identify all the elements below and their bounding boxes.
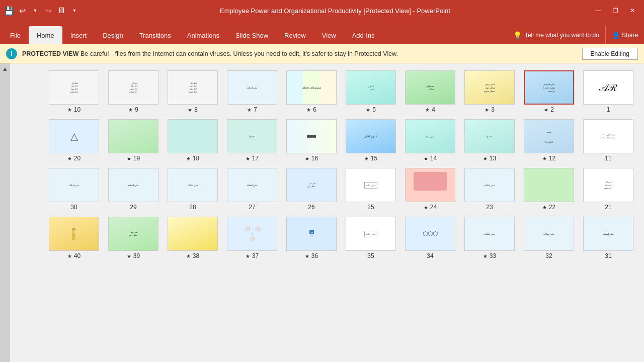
star-icon: ★ [186,253,191,259]
slide-number: 15 [371,155,377,162]
slide-item[interactable]: متن اسلاید23 [462,168,517,211]
star-icon: ★ [483,156,488,161]
tab-insert[interactable]: Insert [62,26,95,44]
sidebar: ▲ [0,63,10,362]
slide-item[interactable]: متن اسلاید30 [46,168,102,211]
slide-number: 9 [135,106,138,113]
minimize-button[interactable]: — [591,5,606,17]
slide-item[interactable]: متن اسلاید31 [581,217,636,259]
slide-number: 7 [254,106,257,113]
slide-item[interactable]: ردیف اول | دادهردیف دوم | داده11 [581,119,636,162]
slide-item[interactable]: متن اسلاید32 [521,217,577,259]
slide-item[interactable]: خط اولخط دومخط سومخط چهارم★9 [106,70,161,113]
slide-item[interactable]: ★24 [403,168,458,211]
slide-item[interactable]: متن اسلاید★7 [224,70,280,113]
slide-number: 33 [490,252,496,259]
enable-editing-button[interactable]: Enable Editing [582,48,638,60]
star-icon: ★ [424,156,428,161]
restore-button[interactable]: ❐ [608,5,623,17]
slide-item[interactable]: محتوایاسلاید★4 [403,70,458,113]
slide-item[interactable]: ⬛⬛⬛★16 [284,119,339,162]
slide-number: 34 [427,252,433,259]
slide-item[interactable]: متن اسلاید29 [106,168,161,211]
slide-item[interactable]: خط اولخط دومخط سومخط چهارم★10 [46,70,102,113]
star-icon: ★ [305,253,309,259]
slide-number: 23 [486,204,493,211]
slide-item[interactable]: محتوا★13 [462,119,517,162]
slide-item[interactable]: ⬜→⬜↓⬜★37 [224,217,280,259]
slide-item[interactable]: ⬡⬡⬡34 [403,217,458,259]
star-icon: ★ [305,156,309,161]
slide-item[interactable]: ★38 [165,217,220,259]
star-icon: ★ [424,205,428,210]
monitor-icon[interactable]: 🖥 [56,6,66,16]
slide-item[interactable]: ★22 [521,168,577,211]
slide-item[interactable]: متن فارسینوشته شدهدر اینجا★2 [521,70,577,113]
tab-animations[interactable]: Animations [179,26,227,44]
tab-home[interactable]: Home [29,26,62,44]
window-title: Employee Power and Organizational Produc… [79,7,591,15]
slide-item[interactable]: جدول داده35 [343,217,398,259]
star-icon: ★ [542,205,547,210]
slide-item[interactable]: ستون‌های مختلف★6 [284,70,339,113]
slide-item[interactable]: متن اسلاید★33 [462,217,517,259]
redo-icon[interactable]: ↪ [43,6,53,16]
slide-number: 39 [133,252,140,259]
slide-number: 28 [189,204,196,211]
share-tab[interactable]: 👤 Share [605,26,644,44]
sidebar-collapse-arrow[interactable]: ▲ [2,65,8,72]
quick-access-toolbar: 💾 ↩ ▼ ↪ 🖥 ▼ [4,6,79,16]
tab-review[interactable]: Review [276,26,314,44]
close-button[interactable]: ✕ [625,5,640,17]
star-icon: ★ [425,107,430,113]
slide-number: 1 [607,106,610,113]
slide-item[interactable]: هدرداده★36 [284,217,339,259]
slide-item[interactable]: عنوان اصلی★15 [343,119,398,162]
dropdown-icon[interactable]: ▼ [69,6,79,16]
tab-view[interactable]: View [314,26,344,44]
slide-item[interactable]: △★20 [46,119,102,162]
slide-item[interactable]: متن درسسطر دومسطر سوم★3 [462,70,517,113]
slide-number: 18 [193,155,199,162]
tab-file[interactable]: File [2,26,29,44]
slide-number: 14 [430,155,437,162]
slide-item[interactable]: متن اسلاید27 [224,168,280,211]
star-icon: ★ [188,107,192,113]
undo-icon[interactable]: ↩ [17,6,27,16]
slide-number: 3 [491,106,495,113]
slide-item[interactable]: متن دوم★14 [403,119,458,162]
slide-item[interactable]: ABCD★40 [46,217,102,259]
tab-design[interactable]: Design [95,26,131,44]
star-icon: ★ [542,156,547,161]
slide-item[interactable]: خط اولخط دومخط سومخط چهارم★8 [165,70,220,113]
slide-number: 13 [490,155,496,162]
slide-item[interactable]: متن آبیسطر دوم26 [284,168,339,211]
protected-view-bar: i PROTECTED VIEW Be careful—files from t… [0,44,644,63]
slide-item[interactable]: ★18 [165,119,220,162]
slide-item[interactable]: عنوانمتن★5 [343,70,398,113]
lightbulb-icon: 💡 [513,31,522,39]
tab-slideshow[interactable]: Slide Show [227,26,276,44]
search-tab[interactable]: 💡 Tell me what you want to do [507,26,605,44]
tab-addins[interactable]: Add-Ins [344,26,383,44]
star-icon: ★ [306,107,311,113]
slide-number: 5 [372,106,376,113]
slide-item[interactable]: متن اسلاید28 [165,168,220,211]
slide-item[interactable]: متن سبزسطر دوم★39 [106,217,161,259]
main-area: ▲ 𝒜ℛ1متن فارسینوشته شدهدر اینجا★2متن درس… [0,63,644,362]
slide-grid-container[interactable]: 𝒜ℛ1متن فارسینوشته شدهدر اینجا★2متن درسسط… [10,63,644,362]
slide-item[interactable]: جدول داده25 [343,168,398,211]
slide-item[interactable]: • آیتم اول• آیتم دوم• آیتم سوم21 [581,168,636,211]
slide-number: 40 [74,252,80,259]
slide-number: 31 [605,252,611,259]
share-label: Share [622,32,638,39]
slide-item[interactable]: →فلش‌ها★12 [521,119,577,162]
slide-item[interactable]: 𝒜ℛ1 [581,70,636,113]
save-icon[interactable]: 💾 [4,6,14,16]
slide-number: 16 [311,155,318,162]
undo-dropdown-icon[interactable]: ▼ [30,6,40,16]
slide-item[interactable]: ★19 [106,119,161,162]
slide-item[interactable]: محتوا★17 [224,119,280,162]
slide-number: 32 [545,252,552,259]
tab-transitions[interactable]: Transitions [131,26,179,44]
